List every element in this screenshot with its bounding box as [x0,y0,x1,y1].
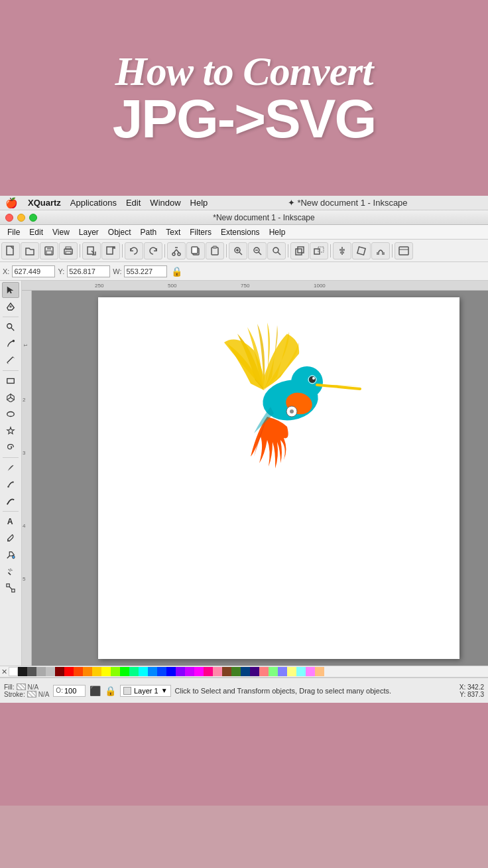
color-hotpink[interactable] [204,667,213,676]
color-navy[interactable] [241,667,250,676]
measure-tool[interactable] [2,352,19,368]
color-cornflower[interactable] [278,667,287,676]
color-springgreen[interactable] [129,667,139,676]
duplicate-button[interactable] [290,242,309,259]
color-darkgray[interactable] [27,667,36,676]
color-white[interactable] [9,667,18,676]
tweak-tool[interactable] [2,336,19,352]
menu-help[interactable]: Help [265,228,290,237]
color-brightblue[interactable] [166,667,176,676]
color-orange[interactable] [83,667,92,676]
menu-object[interactable]: Object [103,228,136,237]
connector-tool[interactable] [2,580,19,596]
import-button[interactable] [82,242,101,259]
minimize-button[interactable] [17,214,25,222]
layer-dropdown-icon[interactable]: ▼ [161,687,168,694]
menu-file[interactable]: File [3,228,25,237]
color-green[interactable] [120,667,129,676]
spray-tool[interactable] [2,563,19,579]
maximize-button[interactable] [29,214,37,222]
new-button[interactable] [1,242,20,259]
text-tool[interactable]: A [2,514,19,530]
no-color-button[interactable]: ✕ [1,668,7,676]
color-royalblue[interactable] [157,667,166,676]
color-blue[interactable] [148,667,157,676]
cut-button[interactable] [167,242,186,259]
zoom-tool[interactable] [2,319,19,335]
menu-path[interactable]: Path [136,228,162,237]
color-violet[interactable] [176,667,185,676]
color-orangered[interactable] [74,667,83,676]
pencil-tool[interactable] [2,460,19,476]
color-lightmagenta[interactable] [306,667,315,676]
align-button[interactable] [333,242,351,259]
node-editor-button[interactable] [371,242,390,259]
y-input[interactable] [67,265,110,277]
color-salmon[interactable] [259,667,269,676]
color-silver[interactable] [46,667,55,676]
menubar-applications[interactable]: Applications [66,198,121,208]
zoom-in-button[interactable] [229,242,247,259]
more-button[interactable] [395,242,413,259]
canvas-main[interactable] [32,291,488,666]
paste-button[interactable] [206,242,224,259]
node-tool[interactable] [2,299,19,315]
color-magenta[interactable] [194,667,204,676]
rect-tool[interactable] [2,373,19,389]
menubar-window[interactable]: Window [145,198,185,208]
color-lightgreen[interactable] [269,667,278,676]
color-olive[interactable] [231,667,241,676]
menubar-xquartz[interactable]: XQuartz [23,198,66,208]
print-button[interactable] [59,242,78,259]
color-brown[interactable] [222,667,231,676]
menu-edit[interactable]: Edit [25,228,48,237]
transform-button[interactable] [352,242,371,259]
fill-stroke-icon[interactable]: ⬛ [90,686,101,696]
spiral-tool[interactable] [2,439,19,455]
color-peach[interactable] [315,667,324,676]
save-button[interactable] [40,242,58,259]
color-lightcyan[interactable] [296,667,306,676]
w-input[interactable] [124,265,167,277]
color-yellowgreen[interactable] [111,667,120,676]
menu-filters[interactable]: Filters [185,228,216,237]
ellipse-tool[interactable] [2,406,19,422]
menu-layer[interactable]: Layer [74,228,103,237]
menu-view[interactable]: View [48,228,74,237]
star-tool[interactable] [2,423,19,439]
menu-extensions[interactable]: Extensions [216,228,265,237]
color-lightyellow[interactable] [287,667,296,676]
zoom-fit-button[interactable] [267,242,286,259]
color-maroon[interactable] [55,667,64,676]
open-button[interactable] [21,242,39,259]
zoom-out-button[interactable] [248,242,267,259]
color-brightyellow[interactable] [101,667,111,676]
redo-button[interactable] [144,242,162,259]
undo-button[interactable] [125,242,143,259]
color-black[interactable] [18,667,27,676]
selector-tool[interactable] [2,282,19,298]
color-lightpink[interactable] [213,667,222,676]
menubar-help[interactable]: Help [186,198,213,208]
copy-button[interactable] [186,242,205,259]
pen-tool[interactable] [2,476,19,492]
calligraphy-tool[interactable] [2,493,19,509]
lock-icon[interactable]: 🔒 [171,266,182,277]
3dbox-tool[interactable] [2,390,19,405]
color-yellow[interactable] [92,667,101,676]
color-cyan[interactable] [139,667,148,676]
close-button[interactable] [5,214,13,222]
color-purple[interactable] [185,667,194,676]
apple-menu[interactable]: 🍎 [5,197,18,209]
opacity-input[interactable] [64,687,83,695]
export-button[interactable] [101,242,120,259]
dropper-tool[interactable] [2,530,19,546]
color-red[interactable] [64,667,74,676]
lock-aspect-icon[interactable]: 🔒 [105,686,116,696]
menu-text[interactable]: Text [161,228,185,237]
layer-selector[interactable]: Layer 1 ▼ [120,685,171,697]
color-gray[interactable] [36,667,46,676]
opacity-control[interactable]: O: [53,685,86,697]
x-input[interactable] [12,265,55,277]
clone-button[interactable] [310,242,328,259]
